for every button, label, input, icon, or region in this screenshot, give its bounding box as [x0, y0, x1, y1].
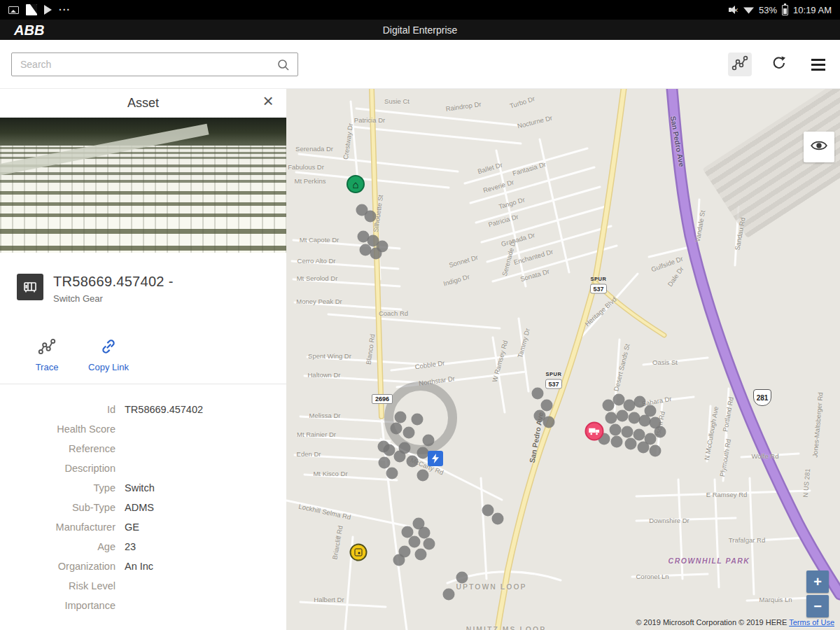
street-label: E Ramsey Rd	[706, 491, 748, 498]
copy-link-button[interactable]: Copy Link	[87, 337, 130, 372]
asset-dot-marker[interactable]	[386, 468, 398, 479]
copy-link-label: Copy Link	[88, 362, 129, 372]
close-icon[interactable]: ×	[258, 92, 278, 110]
street-label: Marquis Ln	[760, 596, 792, 603]
asset-dot-marker[interactable]	[634, 396, 646, 408]
street-label: Susie Ct	[384, 97, 410, 105]
asset-dot-marker[interactable]	[622, 426, 634, 438]
meter-icon	[350, 544, 368, 561]
truck-marker[interactable]	[585, 422, 604, 441]
trace-mode-button[interactable]	[728, 52, 752, 76]
asset-dot-marker[interactable]	[654, 426, 666, 438]
clock: 10:19 AM	[793, 5, 832, 15]
asset-dot-marker[interactable]	[634, 429, 645, 441]
menu-button[interactable]	[806, 52, 830, 76]
asset-dot-marker[interactable]	[456, 572, 468, 584]
asset-dot-marker[interactable]	[424, 538, 435, 550]
asset-dot-marker[interactable]	[417, 447, 429, 459]
battery-icon	[782, 5, 788, 15]
asset-dot-marker[interactable]	[638, 442, 650, 454]
asset-dot-marker[interactable]	[409, 536, 421, 548]
home-marker[interactable]: ⌂	[346, 175, 365, 193]
asset-dot-marker[interactable]	[482, 505, 494, 517]
detail-row: TypeSwitch	[0, 478, 286, 498]
trace-button[interactable]: Trace	[25, 337, 69, 372]
terms-of-use-link[interactable]: Terms of Use	[789, 618, 834, 626]
street-label: UPTOWN LOOP	[456, 582, 526, 591]
zoom-in-button[interactable]: +	[806, 570, 829, 593]
asset-dot-marker[interactable]	[395, 412, 407, 424]
detail-row: ManufacturerGE	[0, 517, 286, 537]
search-box[interactable]	[11, 52, 298, 76]
street-label: Haltown Dr	[308, 371, 341, 379]
asset-dot-marker[interactable]	[412, 414, 424, 426]
play-store-icon	[44, 5, 52, 15]
detail-label: Id	[0, 404, 115, 415]
panel-title: Asset	[127, 96, 159, 111]
asset-name: TR58669.457402 -	[53, 274, 174, 290]
asset-dot-marker[interactable]	[417, 470, 429, 482]
asset-dot-marker[interactable]	[391, 423, 402, 435]
bolt-marker[interactable]	[428, 451, 443, 466]
asset-dot-marker[interactable]	[543, 416, 555, 428]
meter-marker[interactable]	[350, 544, 368, 561]
us-highway-shield: 281	[753, 389, 771, 406]
spur-route-badge: SPUR537	[545, 366, 562, 389]
detail-label: Reference	[0, 443, 115, 454]
asset-dot-marker[interactable]	[625, 438, 637, 450]
search-input[interactable]	[12, 53, 298, 76]
detail-label: Organization	[0, 561, 115, 572]
detail-row: Age23	[0, 537, 286, 556]
street-label: CROWNHILL PARK	[668, 556, 750, 565]
asset-dot-marker[interactable]	[403, 427, 415, 439]
app-bar: ABB Digital Enterprise	[0, 20, 840, 40]
detail-label: Description	[0, 463, 115, 474]
truck-icon	[585, 422, 604, 441]
detail-row: Importance	[0, 596, 286, 615]
asset-details-list: IdTR58669.457402Health ScoreReferenceDes…	[0, 384, 286, 615]
street-label: Mt Serolod Dr	[297, 274, 338, 282]
asset-dot-marker[interactable]	[365, 211, 377, 223]
asset-photo	[0, 118, 286, 253]
street-label: Fabulous Dr	[288, 163, 324, 171]
asset-dot-marker[interactable]	[399, 442, 411, 454]
asset-dot-marker[interactable]	[611, 436, 623, 448]
asset-dot-marker[interactable]	[617, 410, 629, 422]
street-label: Downshire Dr	[649, 517, 690, 524]
asset-dot-marker[interactable]	[378, 441, 390, 453]
asset-dot-marker[interactable]	[407, 456, 419, 468]
map-canvas[interactable]: Susie CtPatricia DrRaindrop DrTurbo DrNo…	[286, 89, 840, 630]
asset-dot-marker[interactable]	[393, 554, 405, 566]
refresh-button[interactable]	[767, 52, 791, 76]
asset-dot-marker[interactable]	[415, 549, 427, 561]
street-label: Melissa Dr	[309, 412, 341, 419]
detail-row: Description	[0, 458, 286, 478]
eye-icon	[810, 136, 828, 158]
detail-value: GE	[125, 522, 139, 533]
detail-label: Age	[0, 541, 115, 552]
asset-dot-marker[interactable]	[423, 435, 435, 447]
layer-visibility-button[interactable]	[804, 132, 834, 162]
detail-row: OrganizationAn Inc	[0, 556, 286, 576]
street-label: Mt Kisco Dr	[313, 470, 347, 477]
gallery-icon	[8, 6, 19, 14]
street-label: Mt Capote Dr	[300, 236, 340, 244]
asset-dot-marker[interactable]	[532, 388, 544, 400]
street-label: Spent Wing Dr	[308, 352, 351, 360]
asset-dot-marker[interactable]	[443, 589, 455, 601]
asset-dot-marker[interactable]	[492, 513, 504, 525]
detail-label: Risk Level	[0, 580, 115, 592]
detail-label: Manufacturer	[0, 522, 115, 533]
asset-dot-marker[interactable]	[650, 445, 662, 457]
link-icon	[99, 337, 118, 358]
asset-dot-marker[interactable]	[541, 400, 553, 412]
detail-label: Importance	[0, 600, 115, 611]
asset-dot-marker[interactable]	[419, 527, 430, 539]
asset-dot-marker[interactable]	[606, 412, 617, 424]
zoom-out-button[interactable]: −	[806, 595, 829, 617]
asset-dot-marker[interactable]	[370, 248, 382, 260]
asset-dot-marker[interactable]	[379, 457, 391, 469]
asset-dot-marker[interactable]	[610, 424, 622, 436]
street-label: Mt Perkins	[295, 177, 326, 185]
switchgear-icon	[17, 274, 43, 300]
